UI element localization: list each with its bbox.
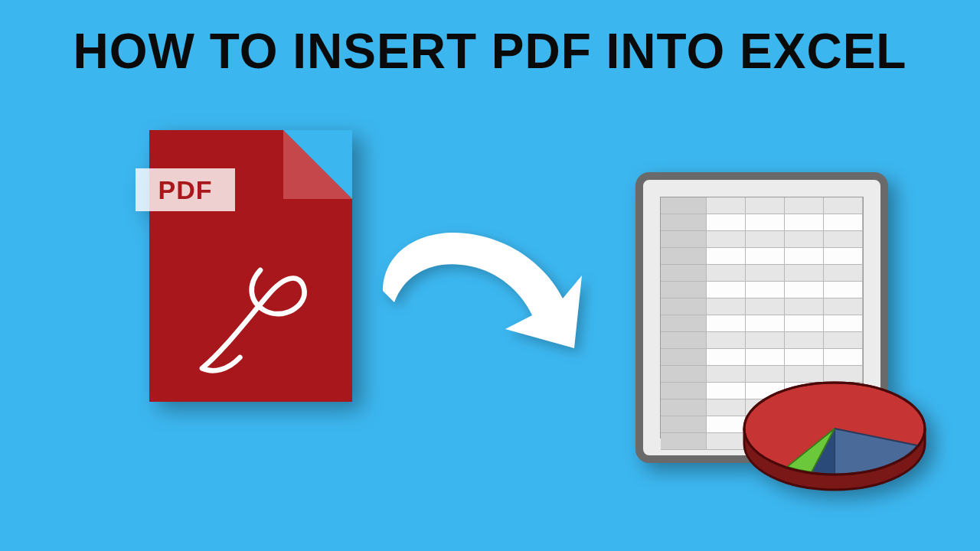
spreadsheet-cell — [707, 197, 746, 214]
spreadsheet-icon — [635, 172, 903, 478]
spreadsheet-cell — [785, 282, 824, 298]
spreadsheet-cell — [661, 197, 707, 214]
spreadsheet-cell — [785, 265, 824, 282]
spreadsheet-cell — [785, 248, 824, 265]
spreadsheet-cell — [661, 383, 707, 399]
spreadsheet-cell — [824, 214, 863, 231]
spreadsheet-cell — [785, 214, 824, 231]
spreadsheet-cell — [661, 248, 707, 265]
spreadsheet-cell — [661, 416, 707, 433]
spreadsheet-cell — [746, 265, 785, 282]
spreadsheet-cell — [785, 298, 824, 315]
spreadsheet-cell — [824, 231, 863, 248]
pdf-fold-corner — [283, 130, 352, 199]
spreadsheet-cell — [746, 298, 785, 315]
spreadsheet-cell — [746, 214, 785, 231]
spreadsheet-cell — [746, 248, 785, 265]
spreadsheet-cell — [785, 332, 824, 349]
spreadsheet-cell — [824, 315, 863, 332]
spreadsheet-cell — [707, 282, 746, 298]
spreadsheet-cell — [707, 231, 746, 248]
spreadsheet-cell — [746, 332, 785, 349]
spreadsheet-cell — [661, 332, 707, 349]
spreadsheet-cell — [746, 282, 785, 298]
spreadsheet-cell — [661, 399, 707, 416]
spreadsheet-cell — [661, 214, 707, 231]
spreadsheet-cell — [785, 315, 824, 332]
adobe-swirl-icon — [188, 241, 333, 386]
spreadsheet-cell — [661, 433, 707, 450]
spreadsheet-cell — [661, 231, 707, 248]
spreadsheet-cell — [824, 248, 863, 265]
spreadsheet-cell — [661, 298, 707, 315]
page-title: HOW TO INSERT PDF INTO EXCEL — [74, 23, 907, 80]
spreadsheet-cell — [785, 197, 824, 214]
spreadsheet-cell — [785, 231, 824, 248]
spreadsheet-cell — [661, 315, 707, 332]
spreadsheet-cell — [824, 332, 863, 349]
spreadsheet-cell — [661, 349, 707, 366]
spreadsheet-cell — [746, 315, 785, 332]
pie-chart-icon — [735, 364, 934, 501]
spreadsheet-cell — [661, 282, 707, 298]
spreadsheet-cell — [661, 265, 707, 282]
pdf-file-icon: PDF — [149, 130, 352, 402]
spreadsheet-cell — [707, 214, 746, 231]
spreadsheet-cell — [707, 315, 746, 332]
spreadsheet-cell — [746, 197, 785, 214]
spreadsheet-cell — [824, 197, 863, 214]
spreadsheet-cell — [661, 366, 707, 383]
spreadsheet-cell — [746, 231, 785, 248]
arrow-right-icon — [368, 199, 620, 367]
spreadsheet-cell — [707, 298, 746, 315]
spreadsheet-cell — [824, 282, 863, 298]
spreadsheet-cell — [707, 332, 746, 349]
spreadsheet-cell — [824, 265, 863, 282]
spreadsheet-cell — [824, 298, 863, 315]
spreadsheet-cell — [707, 265, 746, 282]
spreadsheet-cell — [707, 248, 746, 265]
pdf-badge: PDF — [136, 168, 235, 211]
